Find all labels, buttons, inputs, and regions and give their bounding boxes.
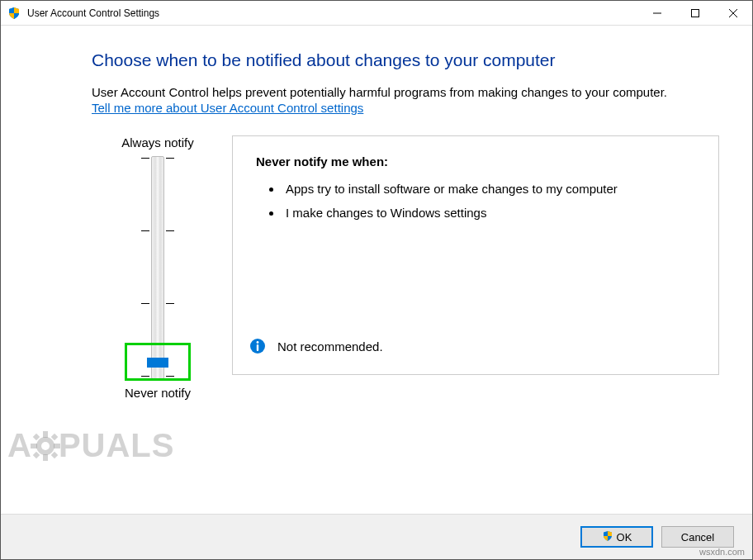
slider-tick bbox=[166, 230, 174, 231]
svg-rect-1 bbox=[692, 9, 699, 17]
window-title: User Account Control Settings bbox=[27, 7, 159, 19]
svg-rect-12 bbox=[33, 433, 40, 439]
slider-tick bbox=[141, 230, 149, 231]
minimize-button[interactable] bbox=[638, 1, 676, 26]
uac-settings-window: User Account Control Settings Choose whe… bbox=[0, 0, 753, 560]
cancel-button-label: Cancel bbox=[681, 531, 714, 543]
slider-bottom-label: Never notify bbox=[125, 386, 191, 400]
panel-list: Apps try to install software or make cha… bbox=[256, 182, 695, 220]
list-item: Apps try to install software or make cha… bbox=[282, 182, 695, 196]
close-button[interactable] bbox=[714, 1, 752, 26]
page-heading: Choose when to be notified about changes… bbox=[92, 50, 719, 70]
svg-point-16 bbox=[41, 442, 50, 450]
cancel-button[interactable]: Cancel bbox=[661, 526, 734, 548]
uac-shield-icon bbox=[7, 7, 21, 20]
uac-shield-icon bbox=[602, 530, 613, 544]
content-area: Choose when to be notified about changes… bbox=[1, 26, 752, 514]
info-panel: Never notify me when: Apps try to instal… bbox=[232, 135, 719, 375]
svg-rect-15 bbox=[51, 451, 58, 458]
slider-tick bbox=[166, 303, 174, 304]
source-watermark: wsxdn.com bbox=[699, 547, 745, 557]
notification-slider[interactable] bbox=[125, 156, 191, 379]
learn-more-link[interactable]: Tell me more about User Account Control … bbox=[92, 101, 363, 115]
svg-rect-10 bbox=[31, 444, 37, 448]
slider-top-label: Always notify bbox=[121, 135, 194, 149]
svg-rect-9 bbox=[43, 454, 48, 461]
panel-title: Never notify me when: bbox=[256, 154, 695, 168]
svg-rect-11 bbox=[54, 444, 60, 448]
svg-point-7 bbox=[36, 437, 54, 455]
svg-rect-6 bbox=[257, 344, 258, 351]
gear-icon bbox=[31, 431, 60, 461]
slider-column: Always notify Never notify bbox=[92, 135, 224, 400]
main-row: Always notify Never notify Nev bbox=[92, 135, 719, 400]
svg-point-5 bbox=[257, 341, 259, 344]
titlebar: User Account Control Settings bbox=[1, 1, 752, 26]
svg-rect-8 bbox=[43, 431, 48, 438]
description-text: User Account Control helps prevent poten… bbox=[92, 85, 719, 99]
info-icon bbox=[249, 338, 266, 354]
svg-rect-14 bbox=[33, 451, 40, 458]
maximize-button[interactable] bbox=[676, 1, 714, 26]
slider-tick bbox=[141, 158, 149, 159]
ok-button-label: OK bbox=[617, 531, 632, 543]
slider-thumb[interactable] bbox=[147, 358, 168, 368]
recommendation-text: Not recommended. bbox=[277, 339, 383, 354]
slider-tick bbox=[166, 158, 174, 159]
button-row: OK Cancel bbox=[1, 514, 752, 559]
list-item: I make changes to Windows settings bbox=[282, 206, 695, 220]
slider-tick bbox=[141, 303, 149, 304]
svg-rect-13 bbox=[51, 433, 58, 439]
watermark: A PUALS bbox=[7, 427, 174, 464]
ok-button[interactable]: OK bbox=[580, 526, 653, 548]
panel-footer: Not recommended. bbox=[249, 338, 383, 354]
